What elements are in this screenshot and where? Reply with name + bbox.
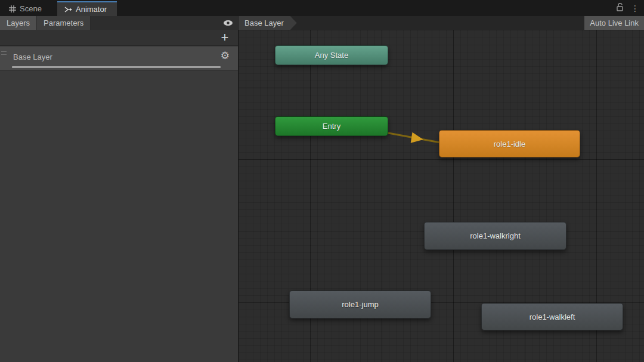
grid-icon [8, 5, 16, 13]
layer-item-base-layer[interactable]: Base Layer ⚙ [0, 47, 238, 70]
layers-panel-empty-area [0, 70, 238, 362]
node-role1-jump[interactable]: role1-jump [289, 290, 431, 318]
tab-layers-label: Layers [7, 18, 30, 27]
breadcrumb[interactable]: Base Layer [239, 16, 297, 30]
node-entry[interactable]: Entry [275, 116, 388, 136]
layer-weight-bar[interactable] [12, 66, 221, 68]
animator-window: Scene Animator ⋮ Layers Parameters [0, 0, 644, 362]
lock-icon[interactable] [616, 3, 624, 14]
node-label: role1-walkleft [530, 313, 575, 321]
node-role1-walkright[interactable]: role1-walkright [424, 222, 566, 250]
node-label: role1-idle [494, 140, 525, 148]
tab-layers[interactable]: Layers [0, 16, 37, 30]
node-label: Entry [323, 122, 340, 131]
tab-parameters-label: Parameters [44, 18, 83, 27]
layer-name: Base Layer [13, 52, 52, 61]
node-role1-walkleft[interactable]: role1-walkleft [481, 303, 623, 330]
animator-icon [64, 5, 72, 13]
add-layer-button[interactable]: + [218, 30, 232, 45]
node-role1-idle[interactable]: role1-idle [439, 130, 580, 157]
gear-icon[interactable]: ⚙ [221, 51, 230, 61]
state-machine-graph[interactable]: Any State Entry role1-idle role1-walkrig… [239, 16, 644, 362]
tab-parameters[interactable]: Parameters [37, 16, 91, 30]
eye-icon[interactable] [223, 18, 233, 29]
drag-handle-icon[interactable] [1, 51, 7, 55]
tab-animator[interactable]: Animator [57, 1, 117, 16]
layers-panel: Layers Parameters + Base Layer ⚙ [0, 16, 239, 362]
layer-toolbar-row: + [0, 30, 238, 46]
auto-live-link-button[interactable]: Auto Live Link [584, 16, 644, 30]
node-label: role1-jump [342, 300, 378, 309]
tab-scene-label: Scene [20, 4, 42, 13]
tab-scene[interactable]: Scene [1, 1, 52, 16]
node-any-state[interactable]: Any State [275, 45, 388, 65]
layers-parameters-tabs: Layers Parameters [0, 16, 238, 30]
kebab-menu-icon[interactable]: ⋮ [631, 4, 639, 13]
breadcrumb-bar: Base Layer Auto Live Link [239, 16, 644, 30]
node-label: role1-walkright [470, 231, 521, 240]
tab-animator-label: Animator [76, 5, 107, 14]
window-tab-bar: Scene Animator ⋮ [0, 0, 644, 16]
node-label: Any State [315, 51, 348, 60]
